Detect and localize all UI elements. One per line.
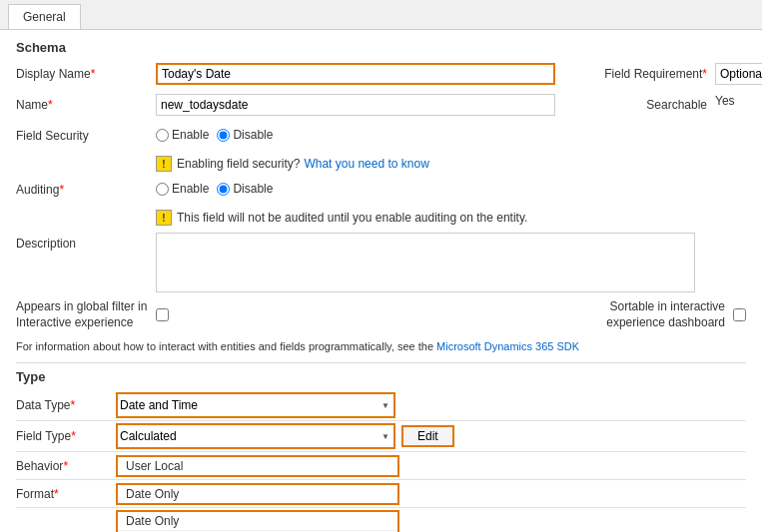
auditing-label: Auditing* <box>16 179 156 197</box>
tab-bar: General <box>0 0 762 30</box>
auditing-row: Auditing* Enable Disable <box>16 179 746 203</box>
format-label: Format* <box>16 483 116 505</box>
name-input[interactable] <box>156 94 555 116</box>
auditing-warning-text: This field will not be audited until you… <box>177 211 527 225</box>
auditing-radio-group: Enable Disable <box>156 179 273 196</box>
info-row: For information about how to interact wi… <box>16 336 746 352</box>
auditing-control: Enable Disable <box>156 179 746 196</box>
sortable-checkbox[interactable] <box>733 308 746 321</box>
global-filter-checkbox[interactable] <box>156 308 169 321</box>
searchable-control: Yes <box>715 94 762 108</box>
description-control <box>156 233 746 292</box>
description-row: Description <box>16 233 746 292</box>
field-security-link[interactable]: What you need to know <box>304 157 428 171</box>
data-type-select[interactable]: Date and Time <box>118 394 393 416</box>
field-requirement-input[interactable] <box>715 63 762 85</box>
field-type-label: Field Type* <box>16 425 116 447</box>
data-type-label: Data Type* <box>16 394 116 416</box>
display-name-label: Display Name* <box>16 63 156 81</box>
schema-title: Schema <box>16 40 746 55</box>
auditing-disable-radio[interactable] <box>217 183 230 196</box>
behavior-value-wrapper: User Local <box>116 455 399 477</box>
ime-mode-control: Date Only Date Only Date Only Date and T… <box>116 508 746 532</box>
type-section: Type Data Type* Date and Time Field Type… <box>16 369 746 532</box>
field-type-dropdown-wrapper: Calculated <box>116 423 395 449</box>
auditing-disable-option[interactable]: Disable <box>217 182 273 196</box>
sdk-link[interactable]: Microsoft Dynamics 365 SDK <box>436 340 579 352</box>
field-security-warning-text: Enabling field security? <box>177 157 300 171</box>
field-requirement-control <box>715 63 762 85</box>
field-security-row: Field Security Enable Disable <box>16 125 746 149</box>
field-security-label: Field Security <box>16 125 156 143</box>
field-security-warning-row: ! Enabling field security? What you need… <box>16 156 746 172</box>
field-type-control: Calculated Edit <box>116 421 746 451</box>
name-row: Name* Searchable Yes <box>16 94 746 118</box>
field-security-disable-radio[interactable] <box>217 129 230 142</box>
warning-icon-2: ! <box>156 210 172 226</box>
format-value-wrapper: Date Only <box>116 483 399 505</box>
format-value: Date Only <box>118 485 397 503</box>
behavior-value: User Local <box>118 457 397 475</box>
behavior-row: Behavior* User Local <box>16 452 746 480</box>
section-divider <box>16 362 746 363</box>
field-security-radio-group: Enable Disable <box>156 125 273 142</box>
data-type-dropdown-wrapper: Date and Time <box>116 392 395 418</box>
auditing-enable-radio[interactable] <box>156 183 169 196</box>
field-security-enable-radio[interactable] <box>156 129 169 142</box>
searchable-label: Searchable <box>555 94 715 112</box>
auditing-warning-row: ! This field will not be audited until y… <box>16 210 746 226</box>
name-control <box>156 94 555 116</box>
behavior-label: Behavior* <box>16 455 116 477</box>
display-name-row: Display Name* Field Requirement* <box>16 63 746 87</box>
global-filter-label: Appears in global filter in Interactive … <box>16 299 156 330</box>
field-type-select-wrapper: Calculated <box>118 425 393 447</box>
ime-mode-row: IME Mode* Date Only Date Only Date Only … <box>16 508 746 532</box>
global-filter-row: Appears in global filter in Interactive … <box>16 299 746 330</box>
warning-icon-1: ! <box>156 156 172 172</box>
display-name-input[interactable] <box>156 63 555 85</box>
description-textarea[interactable] <box>156 233 695 292</box>
field-security-disable-option[interactable]: Disable <box>217 128 273 142</box>
sortable-label: Sortable in interactive experience dashb… <box>553 299 733 330</box>
field-type-select[interactable]: Calculated <box>118 425 393 447</box>
field-security-control: Enable Disable <box>156 125 746 142</box>
ime-mode-dropdown-container: Date Only Date Only Date Only Date and T… <box>116 510 399 532</box>
format-control: Date Only <box>116 481 746 507</box>
searchable-value: Yes <box>715 94 735 108</box>
ime-mode-header[interactable]: Date Only <box>118 512 397 531</box>
display-name-control <box>156 63 555 85</box>
behavior-control: User Local <box>116 453 746 479</box>
form-content: Schema Display Name* Field Requirement* … <box>0 30 762 532</box>
name-label: Name* <box>16 94 156 112</box>
auditing-enable-option[interactable]: Enable <box>156 182 209 196</box>
data-type-row: Data Type* Date and Time <box>16 390 746 421</box>
info-text-pre: For information about how to interact wi… <box>16 340 436 352</box>
data-type-control: Date and Time <box>116 390 746 420</box>
field-type-row: Field Type* Calculated Edit <box>16 421 746 452</box>
type-title: Type <box>16 369 746 384</box>
data-type-select-wrapper: Date and Time <box>118 394 393 416</box>
field-security-enable-option[interactable]: Enable <box>156 128 209 142</box>
tab-general[interactable]: General <box>8 4 81 29</box>
description-label: Description <box>16 233 156 251</box>
edit-button[interactable]: Edit <box>401 425 454 447</box>
field-requirement-label: Field Requirement* <box>555 63 715 81</box>
format-row: Format* Date Only <box>16 480 746 508</box>
